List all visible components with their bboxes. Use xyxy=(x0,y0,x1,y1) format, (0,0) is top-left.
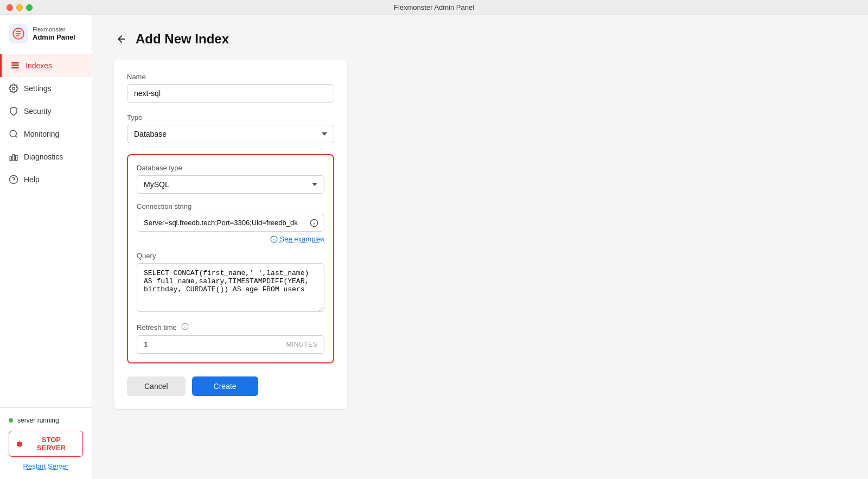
monitoring-icon xyxy=(9,129,18,139)
sidebar-item-indexes[interactable]: Indexes xyxy=(0,54,92,77)
db-type-select[interactable]: MySQL PostgreSQL MSSQL Oracle xyxy=(137,175,324,194)
sidebar-nav: Indexes Settings Security xyxy=(0,54,92,407)
sidebar-item-security[interactable]: Security xyxy=(0,100,92,123)
back-button[interactable] xyxy=(114,31,129,47)
svg-rect-1 xyxy=(11,62,19,63)
connection-string-row xyxy=(137,214,324,232)
query-textarea[interactable]: SELECT CONCAT(first_name,' ',last_name) … xyxy=(137,263,324,312)
name-input[interactable] xyxy=(127,84,334,103)
refresh-time-label: Refresh time xyxy=(137,323,177,331)
svg-rect-9 xyxy=(16,156,17,161)
refresh-time-group: Refresh time MINUTES xyxy=(137,323,324,354)
create-button[interactable]: Create xyxy=(192,376,258,396)
titlebar: Flexmonster Admin Panel xyxy=(0,0,868,15)
type-label: Type xyxy=(127,113,334,122)
sidebar-help-label: Help xyxy=(24,175,40,184)
traffic-lights xyxy=(7,4,33,11)
type-group: Type Database File JSON CSV xyxy=(127,113,334,143)
form-card: Name Type Database File JSON CSV Databas… xyxy=(114,60,347,409)
help-icon xyxy=(9,175,18,184)
see-examples-link[interactable]: See examples xyxy=(137,235,324,243)
refresh-row: Refresh time xyxy=(137,323,324,332)
db-type-group: Database type MySQL PostgreSQL MSSQL Ora… xyxy=(137,164,324,194)
minimize-button[interactable] xyxy=(16,4,23,11)
form-actions: Cancel Create xyxy=(127,376,334,396)
logo-icon xyxy=(9,24,28,43)
stop-server-label: STOP SERVER xyxy=(27,436,76,452)
cancel-button[interactable]: Cancel xyxy=(127,376,186,396)
maximize-button[interactable] xyxy=(26,4,33,11)
arrow-left-icon xyxy=(116,34,127,44)
bar-chart-icon xyxy=(9,152,18,162)
sidebar-item-help[interactable]: Help xyxy=(0,168,92,191)
table-icon xyxy=(10,61,20,71)
connection-string-input[interactable] xyxy=(137,214,304,231)
sidebar-diagnostics-label: Diagnostics xyxy=(24,152,63,161)
page-header: Add New Index xyxy=(114,31,846,47)
see-examples-info-icon xyxy=(270,235,278,243)
status-dot xyxy=(9,418,13,423)
svg-rect-2 xyxy=(11,65,19,66)
svg-point-4 xyxy=(12,87,15,90)
sidebar-footer: server running STOP SERVER Restart Serve… xyxy=(0,407,92,479)
query-group: Query SELECT CONCAT(first_name,' ',last_… xyxy=(137,252,324,314)
window-title: Flexmonster Admin Panel xyxy=(394,3,474,11)
connection-info-button[interactable] xyxy=(304,219,324,227)
sidebar-item-diagnostics[interactable]: Diagnostics xyxy=(0,145,92,168)
connection-string-label: Connection string xyxy=(137,202,324,210)
logo-bottom-text: Admin Panel xyxy=(33,33,75,42)
main-content: Add New Index Name Type Database File JS… xyxy=(92,15,868,479)
page-title: Add New Index xyxy=(136,31,229,47)
refresh-input-wrapper: MINUTES xyxy=(137,335,324,354)
status-text: server running xyxy=(17,417,59,424)
sidebar-settings-label: Settings xyxy=(24,84,52,93)
sidebar-monitoring-label: Monitoring xyxy=(24,130,59,138)
refresh-time-input[interactable] xyxy=(137,336,280,353)
sidebar: Flexmonster Admin Panel Indexes Settings xyxy=(0,15,92,479)
connection-string-group: Connection string See examples xyxy=(137,202,324,243)
refresh-info-icon[interactable] xyxy=(181,323,189,332)
sidebar-security-label: Security xyxy=(24,107,52,116)
logo-top-text: Flexmonster xyxy=(33,26,75,33)
stop-server-button[interactable]: STOP SERVER xyxy=(9,431,83,457)
see-examples-text: See examples xyxy=(280,235,324,243)
info-icon xyxy=(310,219,318,227)
query-label: Query xyxy=(137,252,324,260)
database-section: Database type MySQL PostgreSQL MSSQL Ora… xyxy=(127,154,334,363)
db-type-label: Database type xyxy=(137,164,324,172)
shield-icon xyxy=(9,106,18,116)
sidebar-item-settings[interactable]: Settings xyxy=(0,77,92,100)
sidebar-item-monitoring[interactable]: Monitoring xyxy=(0,123,92,145)
name-label: Name xyxy=(127,73,334,81)
logo: Flexmonster Admin Panel xyxy=(0,15,92,54)
svg-rect-3 xyxy=(11,67,19,68)
refresh-unit: MINUTES xyxy=(280,336,324,353)
name-group: Name xyxy=(127,73,334,103)
settings-icon xyxy=(9,84,18,93)
restart-server-link[interactable]: Restart Server xyxy=(9,462,83,470)
server-status: server running xyxy=(9,417,83,424)
sidebar-indexes-label: Indexes xyxy=(25,61,52,70)
svg-rect-8 xyxy=(13,155,15,161)
svg-line-6 xyxy=(15,136,17,137)
close-button[interactable] xyxy=(7,4,13,11)
type-select[interactable]: Database File JSON CSV xyxy=(127,125,334,143)
power-icon xyxy=(16,440,23,448)
svg-point-5 xyxy=(10,130,16,137)
svg-rect-7 xyxy=(10,157,11,161)
